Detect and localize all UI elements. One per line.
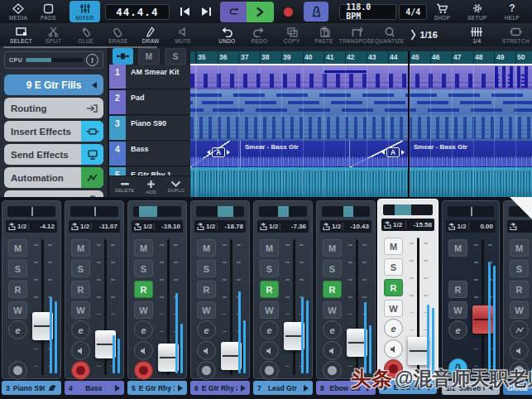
record-arm-button[interactable] xyxy=(510,361,529,380)
pan-control[interactable] xyxy=(322,206,370,217)
timeline-ruler[interactable]: 35 36 37 38 39 40 41 42 43 44 45 46 47 4… xyxy=(190,51,532,64)
pan-control[interactable] xyxy=(133,206,181,217)
edit-channel-button[interactable]: e xyxy=(8,320,27,339)
edit-channel-button[interactable]: e xyxy=(197,320,216,339)
paste-button[interactable]: PASTE xyxy=(308,23,340,46)
read-automation-button[interactable]: R xyxy=(448,281,467,298)
write-automation-button[interactable]: W xyxy=(384,300,403,317)
channel-name-label[interactable]: 4 Bass xyxy=(65,381,124,395)
record-arm-button[interactable] xyxy=(384,359,403,378)
write-automation-button[interactable]: W xyxy=(448,301,467,319)
arrangement-area[interactable]: 35 36 37 38 39 40 41 42 43 44 45 46 47 4… xyxy=(190,46,532,197)
delete-track-button[interactable]: DELETE xyxy=(115,180,134,193)
panel-resize-handle[interactable] xyxy=(3,46,157,48)
record-arm-button[interactable] xyxy=(8,361,27,380)
read-automation-button[interactable]: R xyxy=(134,281,153,298)
fade-badge[interactable]: A xyxy=(207,147,230,157)
output-routing[interactable]: 1/2 -15.58 xyxy=(381,219,434,231)
automation-button[interactable]: Automation xyxy=(4,167,103,188)
draw-tool[interactable]: DRAW xyxy=(135,23,167,46)
selected-track-button[interactable]: 9 E Gtr Fills xyxy=(4,75,103,95)
mute-button[interactable]: M xyxy=(260,239,279,257)
global-mute-button[interactable]: M xyxy=(138,48,160,65)
track-row[interactable]: 3 Piano S90 xyxy=(109,116,190,141)
quantize-value-select[interactable]: 1/16 xyxy=(410,29,437,41)
mixer-button[interactable]: MIXER xyxy=(69,1,99,22)
read-automation-button[interactable]: R xyxy=(8,281,27,298)
mute-button[interactable]: M xyxy=(8,239,27,257)
panic-button[interactable]: ! xyxy=(86,54,98,66)
mixer-channel-strip[interactable]: 1/2 -18.78 M S R W e xyxy=(190,200,250,379)
edit-channel-button[interactable]: e xyxy=(448,320,467,339)
master-name-label[interactable]: 1/2 Stereo Out xyxy=(442,381,500,395)
mute-button[interactable]: M xyxy=(134,239,153,257)
mute-button[interactable]: M xyxy=(384,238,403,255)
solo-button[interactable]: S xyxy=(323,260,342,277)
mixer-channel-strip[interactable]: 1/2 -11.07 M S R W e xyxy=(65,200,124,379)
edit-channel-button[interactable]: e xyxy=(323,320,342,339)
edit-channel-button[interactable]: e xyxy=(384,319,403,338)
mute-tool[interactable]: MUTE xyxy=(167,23,199,46)
solo-button[interactable]: S xyxy=(197,260,216,277)
midi-clip-pad[interactable] xyxy=(190,89,532,115)
pads-button[interactable]: PADS xyxy=(33,0,63,23)
routing-button[interactable]: Routing xyxy=(4,98,103,118)
pan-control[interactable] xyxy=(448,206,494,217)
read-automation-button[interactable]: R xyxy=(197,281,216,298)
edit-channel-button[interactable]: e xyxy=(71,320,90,339)
output-routing[interactable]: 1/2 -10.43 xyxy=(320,220,371,233)
write-automation-button[interactable]: W xyxy=(323,301,342,319)
read-automation-button[interactable]: R xyxy=(260,281,279,298)
add-track-button[interactable]: ADD xyxy=(146,180,156,195)
cycle-button[interactable] xyxy=(220,2,247,22)
pan-control[interactable] xyxy=(383,204,433,215)
metronome-button[interactable] xyxy=(304,2,328,22)
output-routing[interactable]: 1/2 -19.10 xyxy=(132,220,183,233)
help-button[interactable]: ? HELP xyxy=(497,0,527,23)
write-automation-button[interactable]: W xyxy=(8,301,27,319)
midi-clip-piano[interactable] xyxy=(190,115,532,141)
audio-clip-fadeout[interactable]: A xyxy=(190,141,240,167)
output-routing[interactable]: 1/2 -11.07 xyxy=(69,220,120,233)
mixer-channel-strip[interactable]: 1/2 -4.12 M S R W e xyxy=(2,200,61,379)
channel-name-label[interactable]: 9 E Gtr Fil xyxy=(379,380,437,394)
mixer-channel-strip-selected[interactable]: 1/2 -15.58 M S R W e xyxy=(377,199,439,380)
copy-button[interactable]: COPY xyxy=(276,23,308,46)
monitor-button[interactable] xyxy=(323,341,342,360)
split-tool[interactable]: SPLIT xyxy=(37,23,69,46)
mute-button[interactable]: M xyxy=(71,239,90,257)
monitor-button[interactable] xyxy=(384,339,403,358)
output-routing[interactable]: 1/2 -4.12 xyxy=(6,220,57,233)
track-row[interactable]: 4 Bass xyxy=(109,142,190,166)
time-signature-display[interactable]: 4/4 xyxy=(399,4,427,20)
write-automation-button[interactable]: W xyxy=(71,301,90,319)
monitor-button[interactable] xyxy=(197,341,216,360)
channel-button[interactable]: Channel xyxy=(4,190,103,197)
insert-effects-button[interactable]: Insert Effects xyxy=(4,121,103,142)
mixer-channel-strip[interactable]: 1/2 -10.43 M S R W e xyxy=(316,200,376,379)
close-mixer-button[interactable] xyxy=(510,197,532,219)
fade-badge[interactable]: A xyxy=(381,147,405,157)
undo-button[interactable]: UNDO xyxy=(211,23,243,46)
audio-clip-bass[interactable]: Smear - Bass Gtr xyxy=(240,141,349,167)
edit-channel-button[interactable]: e xyxy=(260,320,279,339)
midi-clip-am-smear-kit[interactable] xyxy=(190,65,532,89)
solo-button[interactable]: S xyxy=(260,260,279,277)
solo-button[interactable]: S xyxy=(510,260,529,277)
output-routing[interactable] xyxy=(507,220,532,233)
channel-name-label[interactable]: 5 E Gtr Rhy 1 xyxy=(127,381,187,395)
redo-button[interactable]: REDO xyxy=(243,23,276,46)
play-button[interactable] xyxy=(247,2,273,22)
record-button[interactable] xyxy=(277,2,300,22)
monitor-button[interactable] xyxy=(260,341,279,360)
record-arm-button[interactable] xyxy=(134,361,153,380)
track-row[interactable]: 1 AM Smear Kit xyxy=(109,65,190,89)
track-row[interactable]: 2 Pad xyxy=(109,90,190,115)
channel-name-label[interactable]: 3 Piano S90 xyxy=(2,381,61,395)
stretch-tool[interactable]: STRETCH xyxy=(500,23,532,46)
global-label[interactable]: Global xyxy=(503,381,532,395)
time-display[interactable]: 44.4.4 xyxy=(105,4,170,20)
monitor-button[interactable] xyxy=(134,341,153,360)
audio-clip-fadeout[interactable]: A xyxy=(349,141,409,167)
pan-control[interactable] xyxy=(196,206,244,217)
